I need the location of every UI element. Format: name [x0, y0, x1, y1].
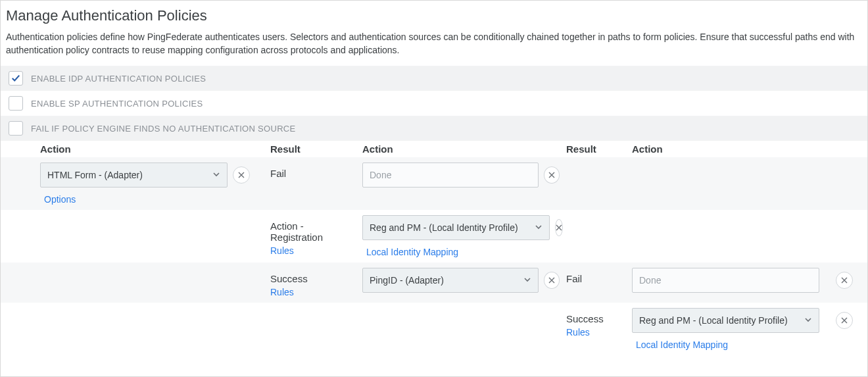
result-success: Success: [270, 268, 356, 284]
registration-action-select[interactable]: Reg and PM - (Local Identity Profile): [362, 215, 550, 240]
remove-success-fail-button[interactable]: [836, 272, 853, 289]
chevron-down-icon: [212, 170, 220, 180]
chevron-down-icon: [535, 222, 542, 233]
checkbox-fail[interactable]: [9, 121, 23, 136]
tree-row-registration: Action - Registration Rules Reg and PM -…: [1, 210, 867, 263]
tree-row-root-fail: HTML Form - (Adapter) Options Fail Done: [1, 157, 867, 210]
success-success-action-select[interactable]: Reg and PM - (Local Identity Profile): [632, 308, 819, 333]
root-options-link[interactable]: Options: [40, 190, 228, 205]
result-success-success: Success: [566, 308, 625, 324]
root-action-value: HTML Form - (Adapter): [47, 170, 143, 180]
remove-registration-button[interactable]: [555, 219, 563, 236]
chevron-down-icon: [804, 315, 812, 326]
column-headers: Action Result Action Result Action: [1, 141, 867, 157]
success-action-value: PingID - (Adapter): [370, 275, 444, 286]
success-fail-action-select[interactable]: Done: [632, 268, 819, 293]
header-action-2: Action: [362, 143, 566, 155]
page-container: Manage Authentication Policies Authentic…: [0, 0, 868, 377]
checkbox-sp[interactable]: [9, 96, 23, 111]
option-row-fail: FAIL IF POLICY ENGINE FINDS NO AUTHENTIC…: [1, 116, 867, 141]
remove-success-button[interactable]: [544, 272, 560, 289]
success-action-select[interactable]: PingID - (Adapter): [362, 268, 539, 293]
option-label-sp: ENABLE SP AUTHENTICATION POLICIES: [31, 99, 203, 109]
success-fail-action-value: Done: [639, 275, 661, 286]
chevron-down-icon: [523, 275, 531, 286]
page-description: Authentication policies define how PingF…: [1, 31, 867, 66]
success-success-mapping-link[interactable]: Local Identity Mapping: [632, 336, 819, 350]
success-rules-link[interactable]: Rules: [270, 284, 356, 297]
header-action-1: Action: [40, 143, 270, 155]
checkbox-idp[interactable]: [9, 71, 23, 86]
fail-action-value: Done: [370, 170, 391, 180]
page-title: Manage Authentication Policies: [1, 3, 867, 31]
check-icon: [11, 74, 20, 83]
registration-action-value: Reg and PM - (Local Identity Profile): [370, 222, 518, 233]
tree-row-success-success: Success Rules Reg and PM - (Local Identi…: [1, 303, 867, 355]
result-fail: Fail: [270, 163, 356, 179]
option-label-idp: ENABLE IDP AUTHENTICATION POLICIES: [31, 74, 206, 84]
fail-action-select[interactable]: Done: [362, 163, 539, 188]
remove-root-button[interactable]: [233, 166, 250, 184]
success-success-rules-link[interactable]: Rules: [566, 324, 625, 338]
result-success-fail: Fail: [566, 268, 625, 284]
header-result-2: Result: [566, 143, 632, 155]
result-registration: Action - Registration: [270, 215, 356, 243]
tree-row-success-fail: Success Rules PingID - (Adapter) Fail Do…: [1, 263, 867, 303]
header-result-1: Result: [270, 143, 362, 155]
root-action-select[interactable]: HTML Form - (Adapter): [40, 163, 228, 188]
remove-success-success-button[interactable]: [836, 312, 853, 329]
header-action-3: Action: [632, 143, 836, 155]
registration-mapping-link[interactable]: Local Identity Mapping: [362, 243, 550, 257]
success-success-action-value: Reg and PM - (Local Identity Profile): [639, 315, 788, 326]
option-row-sp: ENABLE SP AUTHENTICATION POLICIES: [1, 91, 867, 116]
option-label-fail: FAIL IF POLICY ENGINE FINDS NO AUTHENTIC…: [31, 124, 296, 134]
remove-fail-button[interactable]: [544, 166, 560, 184]
option-row-idp: ENABLE IDP AUTHENTICATION POLICIES: [1, 66, 867, 91]
registration-rules-link[interactable]: Rules: [270, 243, 356, 256]
